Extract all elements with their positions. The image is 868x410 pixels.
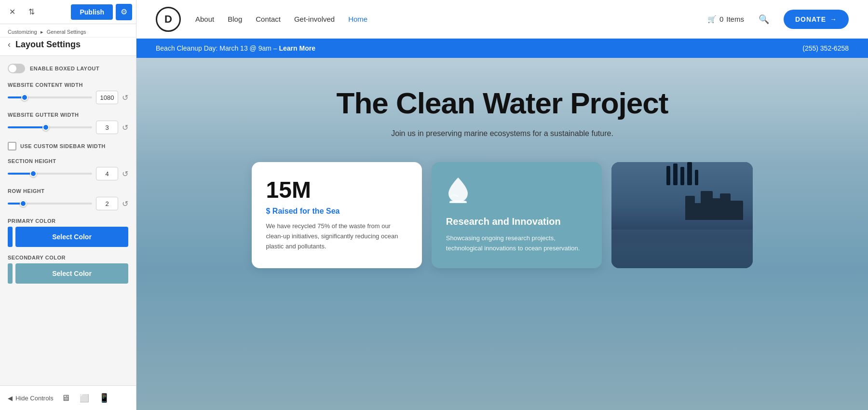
site-header: D About Blog Contact Get-involved Home 🛒…	[136, 0, 868, 39]
primary-color-row: Select Color	[8, 227, 128, 247]
section-height-group: SECTION HEIGHT 4 ↺	[8, 158, 128, 180]
card-text: We have recycled 75% of the waste from o…	[266, 221, 407, 251]
custom-sidebar-row: USE CUSTOM SIDEBAR WIDTH	[8, 142, 128, 150]
settings-button[interactable]: ⚙	[116, 4, 132, 20]
hide-label: Hide Controls	[15, 395, 54, 402]
section-height-label: SECTION HEIGHT	[8, 158, 128, 164]
publish-button[interactable]: Publish	[71, 4, 113, 20]
hide-icon: ◀	[8, 395, 13, 402]
row-height-slider-row: 2 ↺	[8, 197, 128, 210]
gear-icon: ⚙	[121, 7, 127, 16]
gutter-width-slider-row: 3 ↺	[8, 121, 128, 134]
breadcrumb-separator: ▸	[41, 29, 43, 35]
photo-card	[611, 162, 753, 268]
breadcrumb-root[interactable]: Customizing	[8, 29, 37, 35]
swap-icon: ⇅	[28, 7, 35, 16]
gutter-width-reset[interactable]: ↺	[122, 123, 128, 132]
hero-title: The Clean Water Project	[337, 87, 668, 120]
cart-icon: 🛒	[707, 15, 717, 24]
site-preview: D About Blog Contact Get-involved Home 🛒…	[136, 0, 868, 410]
content-width-thumb[interactable]	[21, 94, 28, 101]
custom-sidebar-checkbox[interactable]	[8, 142, 16, 150]
primary-color-label: PRIMARY COLOR	[8, 218, 128, 224]
section-height-slider-row: 4 ↺	[8, 167, 128, 180]
row-height-value[interactable]: 2	[96, 197, 118, 210]
gutter-width-value[interactable]: 3	[96, 121, 118, 134]
gutter-width-group: WEBSITE GUTTER WIDTH 3 ↺	[8, 112, 128, 134]
row-height-group: ROW HEIGHT 2 ↺	[8, 188, 128, 210]
search-button[interactable]: 🔍	[759, 14, 769, 25]
gutter-width-thumb[interactable]	[42, 124, 49, 131]
search-icon: 🔍	[759, 14, 769, 24]
card-teal-title: Research and Innovation	[446, 215, 587, 228]
secondary-color-label: SECONDARY COLOR	[8, 255, 128, 260]
hero-subtitle: Join us in preserving marine ecosystems …	[391, 129, 613, 138]
hero-section: The Clean Water Project Join us in prese…	[136, 58, 868, 410]
cards-row: 15M $ Raised for the Sea We have recycle…	[237, 162, 768, 268]
donate-label: DONATE	[795, 15, 826, 23]
row-height-reset[interactable]: ↺	[122, 199, 128, 208]
section-height-reset[interactable]: ↺	[122, 169, 128, 178]
gutter-width-fill	[8, 126, 46, 128]
tablet-icon: ⬜	[80, 394, 89, 402]
cart-area: 🛒 0 Items	[707, 15, 744, 24]
row-height-track[interactable]	[8, 203, 92, 205]
boxed-layout-label: ENABLE BOXED LAYOUT	[30, 66, 99, 71]
card-stat: 15M	[266, 177, 407, 203]
stat-card: 15M $ Raised for the Sea We have recycle…	[252, 162, 422, 268]
desktop-icon: 🖥	[61, 393, 70, 403]
announcement-phone: (255) 352-6258	[802, 44, 849, 52]
swap-button[interactable]: ⇅	[23, 4, 40, 20]
section-height-track[interactable]	[8, 173, 92, 175]
desktop-view-button[interactable]: 🖥	[59, 391, 72, 405]
gutter-width-label: WEBSITE GUTTER WIDTH	[8, 112, 128, 118]
announcement-message: Beach Cleanup Day: March 13 @ 9am –	[156, 44, 277, 52]
content-width-track[interactable]	[8, 96, 92, 98]
photo-inner	[611, 162, 753, 195]
site-logo: D	[156, 7, 181, 32]
section-height-fill	[8, 173, 33, 175]
secondary-color-swatch	[8, 263, 13, 284]
items-label: Items	[726, 15, 744, 23]
innovation-card: Research and Innovation Showcasing ongoi…	[432, 162, 602, 268]
announcement-text: Beach Cleanup Day: March 13 @ 9am – Lear…	[156, 44, 315, 52]
panel-content: ENABLE BOXED LAYOUT WEBSITE CONTENT WIDT…	[0, 56, 136, 385]
content-width-slider-row: 1080 ↺	[8, 91, 128, 104]
nav-contact[interactable]: Contact	[256, 15, 281, 23]
tablet-view-button[interactable]: ⬜	[78, 391, 91, 405]
section-height-thumb[interactable]	[30, 170, 37, 177]
boxed-layout-toggle[interactable]	[8, 64, 25, 73]
boxed-layout-row: ENABLE BOXED LAYOUT	[8, 64, 128, 73]
row-height-thumb[interactable]	[20, 200, 27, 207]
back-button[interactable]: ‹	[8, 40, 11, 50]
water-drop-icon	[446, 177, 587, 207]
row-height-label: ROW HEIGHT	[8, 188, 128, 194]
gutter-width-track[interactable]	[8, 126, 92, 128]
donate-button[interactable]: DONATE →	[784, 10, 849, 29]
cart-count: 0	[719, 15, 723, 23]
breadcrumb-current: General Settings	[47, 29, 86, 35]
nav-about[interactable]: About	[195, 15, 214, 23]
section-height-value[interactable]: 4	[96, 167, 118, 180]
close-button[interactable]: ✕	[4, 4, 20, 20]
site-nav: About Blog Contact Get-involved Home	[195, 15, 693, 23]
primary-color-swatch	[8, 227, 13, 247]
nav-blog[interactable]: Blog	[228, 15, 242, 23]
primary-select-color-button[interactable]: Select Color	[15, 227, 128, 247]
content-width-value[interactable]: 1080	[96, 91, 118, 104]
announcement-bar: Beach Cleanup Day: March 13 @ 9am – Lear…	[136, 39, 868, 58]
content-width-group: WEBSITE CONTENT WIDTH 1080 ↺	[8, 82, 128, 104]
mobile-view-button[interactable]: 📱	[97, 391, 111, 405]
secondary-select-color-button[interactable]: Select Color	[15, 263, 128, 284]
secondary-color-row: Select Color	[8, 263, 128, 284]
nav-home[interactable]: Home	[348, 15, 367, 23]
nav-get-involved[interactable]: Get-involved	[294, 15, 335, 23]
card-subtitle: $ Raised for the Sea	[266, 207, 407, 216]
close-icon: ✕	[9, 7, 15, 16]
content-width-label: WEBSITE CONTENT WIDTH	[8, 82, 128, 88]
panel-bottom: ◀ Hide Controls 🖥 ⬜ 📱	[0, 385, 136, 410]
svg-rect-1	[449, 201, 467, 203]
content-width-reset[interactable]: ↺	[122, 93, 128, 102]
hide-controls-button[interactable]: ◀ Hide Controls	[8, 395, 54, 402]
announcement-link[interactable]: Learn More	[279, 44, 315, 52]
